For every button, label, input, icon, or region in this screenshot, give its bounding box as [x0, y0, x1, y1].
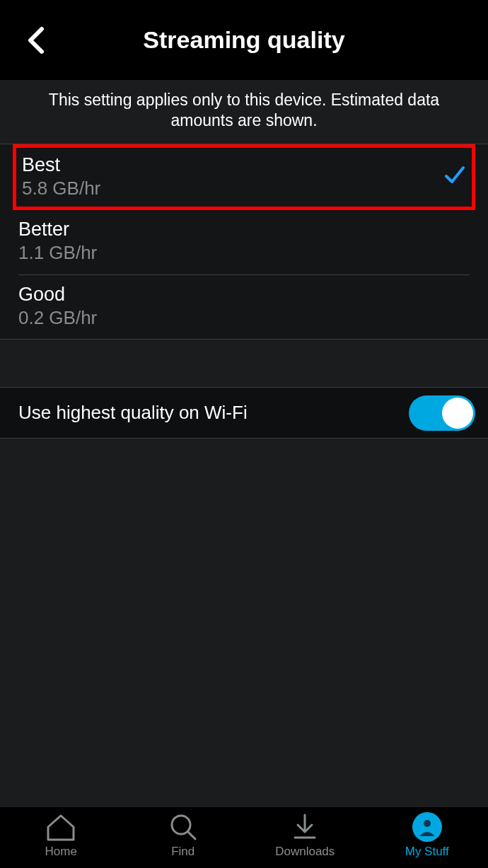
quality-option-best[interactable]: Best 5.8 GB/hr [16, 148, 472, 207]
nav-my-stuff[interactable]: My Stuff [366, 812, 489, 859]
back-button[interactable] [21, 26, 50, 54]
empty-area [0, 439, 488, 807]
info-banner: This setting applies only to this device… [0, 80, 488, 144]
quality-option-title: Best [22, 154, 100, 176]
wifi-quality-toggle[interactable] [409, 395, 475, 431]
svg-line-1 [188, 832, 195, 839]
checkmark-icon [443, 163, 466, 189]
section-gap [0, 340, 488, 388]
page-title: Streaming quality [143, 26, 344, 54]
quality-option-sub: 5.8 GB/hr [22, 178, 100, 199]
nav-downloads[interactable]: Downloads [244, 812, 366, 859]
nav-label: Downloads [275, 845, 335, 859]
avatar-icon [412, 812, 442, 842]
nav-label: Find [171, 845, 194, 859]
quality-option-sub: 0.2 GB/hr [18, 307, 97, 329]
svg-point-4 [424, 820, 431, 827]
wifi-quality-row: Use highest quality on Wi-Fi [0, 388, 488, 439]
quality-option-sub: 1.1 GB/hr [18, 242, 97, 264]
search-icon [168, 812, 198, 842]
nav-label: My Stuff [405, 845, 449, 859]
nav-home[interactable]: Home [0, 812, 122, 859]
quality-option-better[interactable]: Better 1.1 GB/hr [0, 210, 488, 274]
download-icon [291, 812, 319, 842]
bottom-nav: Home Find Downloads [0, 807, 488, 868]
quality-option-title: Better [18, 218, 97, 241]
home-icon [45, 812, 76, 842]
wifi-quality-label: Use highest quality on Wi-Fi [18, 402, 248, 424]
quality-option-good[interactable]: Good 0.2 GB/hr [0, 275, 488, 340]
nav-find[interactable]: Find [122, 812, 245, 859]
nav-label: Home [45, 845, 77, 859]
toggle-knob [442, 398, 473, 429]
quality-option-best-highlight: Best 5.8 GB/hr [13, 144, 475, 211]
chevron-left-icon [26, 46, 45, 57]
header: Streaming quality [0, 0, 488, 80]
quality-options-list: Best 5.8 GB/hr Better 1.1 GB/hr Good [0, 144, 488, 340]
quality-option-title: Good [18, 283, 97, 306]
